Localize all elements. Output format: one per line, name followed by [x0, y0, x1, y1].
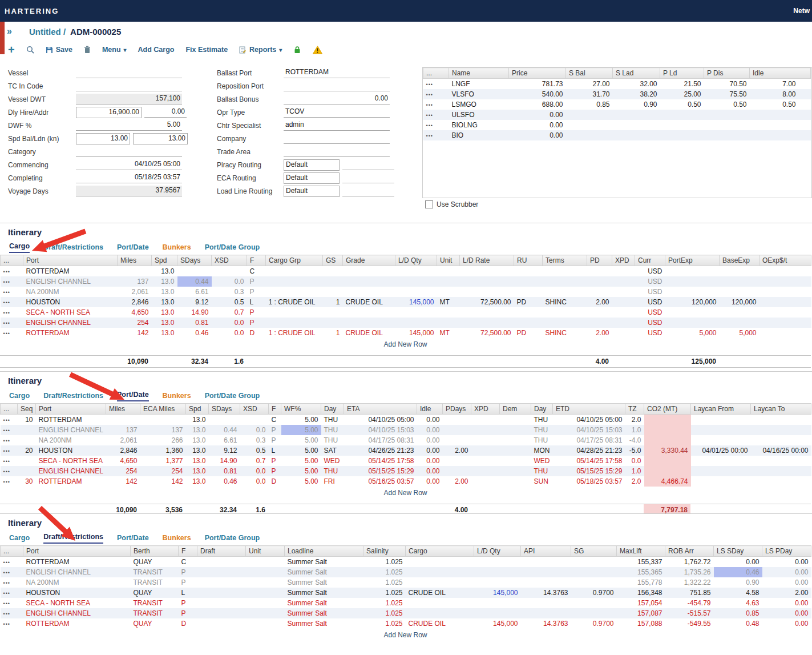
cell-miles[interactable]: 254	[106, 466, 140, 476]
cell-p-dis[interactable]: 70.50	[704, 79, 750, 90]
cell-portexp[interactable]: 5,000	[665, 328, 720, 338]
input-piracy-routing[interactable]	[342, 159, 394, 170]
tab-bunkers[interactable]: Bunkers	[163, 243, 191, 253]
cell-unit[interactable]	[246, 608, 285, 618]
cell-xpd[interactable]	[471, 456, 500, 466]
cell-rob-arr[interactable]: 1,762.72	[665, 557, 714, 568]
cell-idle[interactable]: 0.00	[417, 445, 443, 456]
cell-maxlift[interactable]: 157,087	[617, 608, 665, 618]
cell-etd[interactable]: 04/28/25 21:23	[553, 445, 625, 456]
row-menu-icon[interactable]: •••	[3, 570, 10, 576]
cell-p-ld[interactable]	[660, 130, 704, 140]
col-header-f[interactable]: F	[247, 255, 266, 266]
cell-oexp-t[interactable]	[760, 276, 811, 287]
cell-tz[interactable]: 1.0	[625, 425, 644, 435]
cell-l-d-rate[interactable]: 72,500.00	[460, 328, 514, 338]
cell-f[interactable]: P	[247, 307, 266, 318]
cell-ls-sday[interactable]: 0.48	[714, 618, 762, 629]
cell-loadline[interactable]: Summer Salt	[285, 608, 363, 618]
cell-baseexp[interactable]	[720, 287, 760, 297]
cell-portexp[interactable]	[665, 318, 720, 328]
col-header-x[interactable]: ...	[1, 404, 18, 415]
table-row[interactable]: •••30ROTTERDAM14214213.00.460.0D5.00FRI0…	[1, 476, 811, 487]
cell-baseexp[interactable]: 5,000	[720, 328, 760, 338]
table-row[interactable]: •••ROTTERDAM14213.00.460.0D1 : CRUDE OIL…	[1, 328, 811, 338]
input-opr-type[interactable]: TCOV	[284, 107, 390, 118]
cell-unit[interactable]	[437, 318, 460, 328]
cell-etd[interactable]: 05/18/25 03:57	[553, 476, 625, 487]
cell-s-bal[interactable]	[566, 110, 613, 120]
cell-s-lad[interactable]	[613, 130, 660, 140]
cell-grade[interactable]	[343, 266, 395, 277]
cell-port[interactable]: ROTTERDAM	[23, 266, 118, 277]
row-menu-icon[interactable]: •••	[3, 479, 10, 485]
cell-ru[interactable]: PD	[514, 297, 543, 307]
cell-s-lad[interactable]	[613, 120, 660, 130]
cell-l-d-qty[interactable]: 145,000	[395, 297, 437, 307]
row-menu-icon[interactable]: •••	[3, 290, 10, 295]
cell-x[interactable]: •••	[1, 425, 18, 435]
col-header-f[interactable]: F	[179, 546, 197, 557]
cell-portexp[interactable]	[665, 307, 720, 318]
col-header-xsd[interactable]: XSD	[240, 404, 269, 415]
cell-sdays[interactable]: 6.61	[209, 435, 240, 445]
cell-pdays[interactable]: 2.00	[443, 445, 471, 456]
cell-x[interactable]: •••	[1, 577, 23, 588]
cell-gs[interactable]	[323, 276, 343, 287]
row-menu-icon[interactable]: •••	[3, 580, 10, 586]
col-header-x[interactable]: ...	[1, 546, 23, 557]
cell-pd[interactable]	[587, 307, 612, 318]
cell-maxlift[interactable]: 155,337	[617, 557, 665, 568]
cell-xsd[interactable]: 0.0	[240, 466, 269, 476]
cell-x[interactable]: •••	[1, 266, 23, 277]
col-header-tz[interactable]: TZ	[625, 404, 644, 415]
tab-port-date[interactable]: Port/Date	[117, 243, 149, 253]
cell-f[interactable]: P	[269, 466, 281, 476]
table-row[interactable]: •••NA 200NM2,06113.06.610.3PUSD	[1, 287, 811, 297]
col-header-terms[interactable]: Terms	[543, 255, 587, 266]
cell-draft[interactable]	[197, 618, 246, 629]
cell-f[interactable]: L	[179, 588, 197, 598]
cell-grade[interactable]	[343, 276, 395, 287]
cell-sdays[interactable]: 0.44	[177, 276, 212, 287]
table-row[interactable]: •••LSMGO688.000.850.900.500.500.50	[423, 99, 811, 110]
row-menu-icon[interactable]: •••	[3, 601, 10, 606]
cell-pd[interactable]	[587, 318, 612, 328]
row-menu-icon[interactable]: •••	[3, 417, 10, 423]
cell-idle[interactable]: 0.00	[417, 425, 443, 435]
cell-draft[interactable]	[197, 567, 246, 577]
cell-unit[interactable]	[246, 567, 285, 577]
cell-miles[interactable]	[106, 415, 140, 425]
cell-spd[interactable]: 13.0	[152, 276, 177, 287]
cell-sdays[interactable]: 14.90	[209, 456, 240, 466]
cell-xpd[interactable]	[471, 425, 500, 435]
cell-draft[interactable]	[197, 608, 246, 618]
cell-x[interactable]: •••	[1, 557, 23, 568]
cell-port[interactable]: ENGLISH CHANNEL	[23, 276, 118, 287]
cell-xpd[interactable]	[612, 266, 635, 277]
cell-grade[interactable]	[343, 287, 395, 297]
col-header-pdays[interactable]: PDays	[443, 404, 471, 415]
col-header-l-d-rate[interactable]: L/D Rate	[460, 255, 514, 266]
cell-grade[interactable]: CRUDE OIL	[343, 328, 395, 338]
cell-p-ld[interactable]	[660, 120, 704, 130]
cell-wf[interactable]: 5.00	[281, 445, 321, 456]
cell-dem[interactable]	[500, 415, 531, 425]
cell-grade[interactable]	[343, 318, 395, 328]
cell-s-bal[interactable]	[566, 120, 613, 130]
cell-sg[interactable]: 0.9700	[571, 588, 617, 598]
cell-day[interactable]: THU	[531, 466, 553, 476]
cell-loadline[interactable]: Summer Salt	[285, 567, 363, 577]
cell-curr[interactable]: USD	[635, 307, 665, 318]
col-header-rob-arr[interactable]: ROB Arr	[665, 546, 714, 557]
cell-sdays[interactable]: 0.81	[177, 318, 212, 328]
cell-pdays[interactable]: 2.00	[443, 476, 471, 487]
cell-day[interactable]: WED	[531, 456, 553, 466]
col-header-sdays[interactable]: SDays	[209, 404, 240, 415]
cell-dem[interactable]	[500, 456, 531, 466]
cell-cargo[interactable]	[406, 608, 474, 618]
cell-oexp-t[interactable]	[760, 307, 811, 318]
cell-gs[interactable]	[323, 287, 343, 297]
cell-spd[interactable]: 13.0	[152, 266, 177, 277]
cell-api[interactable]	[521, 598, 571, 608]
